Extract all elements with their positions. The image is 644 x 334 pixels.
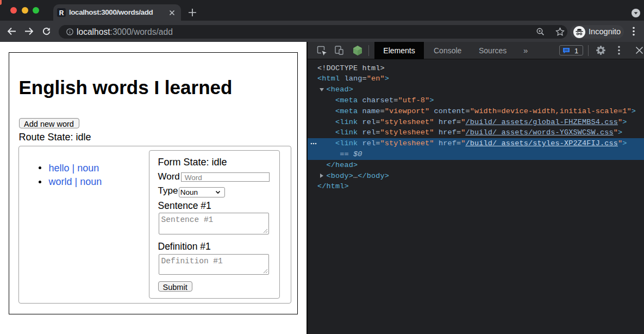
- svg-text:R: R: [59, 9, 64, 17]
